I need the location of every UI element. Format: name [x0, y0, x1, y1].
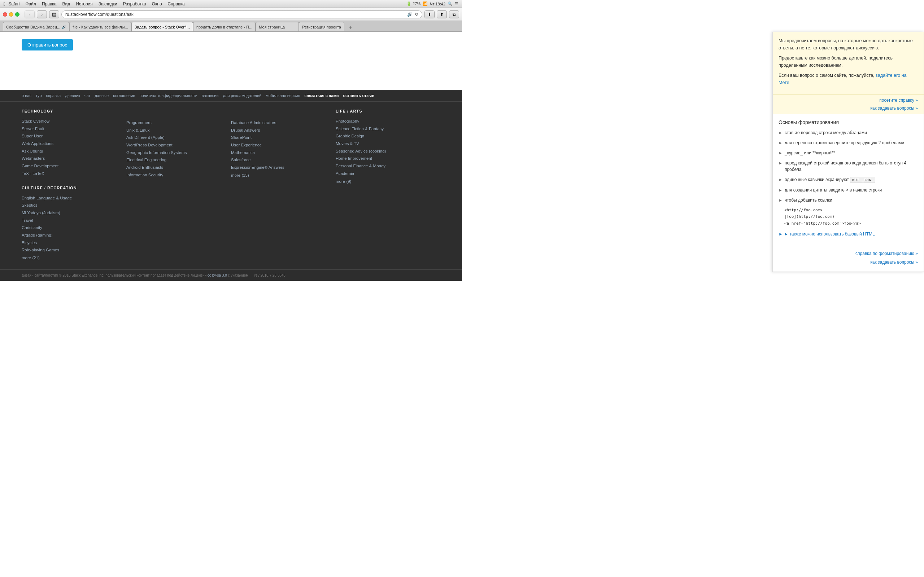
menu-help[interactable]: Справка: [168, 2, 185, 6]
link-gamedev[interactable]: Game Development: [22, 162, 119, 170]
footer-link-legal[interactable]: соглашение: [113, 93, 135, 98]
link-travel[interactable]: Travel: [22, 217, 119, 224]
menu-window[interactable]: Окно: [152, 2, 162, 6]
col-header-lifearts: LIFE / ARTS: [336, 109, 433, 113]
footer-link-help[interactable]: справка: [46, 93, 61, 98]
tab-2-label: file - Как удалить все файлы...: [73, 25, 128, 29]
link-dba[interactable]: Database Administrators: [231, 119, 328, 127]
footer-col-technology: TECHNOLOGY Stack Overflow Server Fault S…: [22, 109, 126, 186]
link-ux[interactable]: User Experience: [231, 141, 328, 149]
close-button[interactable]: [3, 12, 7, 16]
link-ee-answers[interactable]: ExpressionEngine® Answers: [231, 164, 328, 171]
new-tab-icon[interactable]: ⧉: [449, 10, 459, 18]
link-christianity[interactable]: Christianity: [22, 224, 119, 232]
link-academia[interactable]: Academia: [336, 170, 433, 177]
link-rpg[interactable]: Role-playing Games: [22, 246, 119, 254]
menu-bookmarks[interactable]: Закладки: [99, 2, 117, 6]
submit-question-button[interactable]: Отправить вопрос: [22, 39, 73, 50]
col-header-empty2: [231, 109, 328, 115]
footer-link-contact[interactable]: связаться с нами: [304, 93, 339, 98]
link-programmers[interactable]: Programmers: [126, 119, 224, 127]
link-unixlinux[interactable]: Unix & Linux: [126, 127, 224, 134]
link-finance[interactable]: Personal Finance & Money: [336, 162, 433, 170]
mac-chrome:  Safari Файл Правка Вид История Закладк…: [0, 0, 462, 32]
menu-history[interactable]: История: [76, 2, 93, 6]
link-salesforce[interactable]: Salesforce: [231, 156, 328, 164]
link-texlatex[interactable]: TeX - LaTeX: [22, 170, 119, 177]
link-webapplications[interactable]: Web Applications: [22, 140, 119, 148]
tab-1-label: Сообщества Вадима Зарец...: [6, 25, 60, 29]
maximize-button[interactable]: [15, 12, 19, 16]
tab-2[interactable]: file - Как удалить все файлы...: [69, 22, 131, 31]
link-superuser[interactable]: Super User: [22, 132, 119, 140]
top-area: Отправить вопрос: [0, 32, 462, 90]
license-link[interactable]: cc by-sa 3.0: [208, 273, 227, 277]
control-icon[interactable]: ☰: [455, 2, 459, 6]
footer-link-data[interactable]: данные: [95, 93, 109, 98]
col-header-empty1: [126, 109, 224, 115]
link-cooking[interactable]: Seasoned Advice (cooking): [336, 148, 433, 155]
link-skeptics[interactable]: Skeptics: [22, 201, 119, 209]
tab-1[interactable]: Сообщества Вадима Зарец... 🔊: [3, 22, 69, 31]
link-ee[interactable]: Electrical Engineering: [126, 156, 224, 164]
link-askubuntu[interactable]: Ask Ubuntu: [22, 148, 119, 155]
tab-5[interactable]: Моя страница: [255, 22, 299, 31]
tab-3[interactable]: Задать вопрос - Stack Overfl...: [131, 22, 193, 31]
reload-icon[interactable]: ↻: [415, 12, 418, 17]
link-serverfault[interactable]: Server Fault: [22, 125, 119, 133]
footer-link-mobile[interactable]: мобильная версия: [266, 93, 300, 98]
link-gaming[interactable]: Arqade (gaming): [22, 232, 119, 239]
minimize-button[interactable]: [9, 12, 13, 16]
link-photography[interactable]: Photography: [336, 118, 433, 125]
tab-4-label: продать долю в стартапе - П...: [196, 25, 252, 29]
link-stackoverflow[interactable]: Stack Overflow: [22, 118, 119, 125]
link-drupal[interactable]: Drupal Answers: [231, 127, 328, 134]
footer-col-lifearts: LIFE / ARTS Photography Science Fiction …: [336, 109, 440, 186]
share-button[interactable]: ⬆: [437, 10, 447, 18]
link-more-21[interactable]: more (21): [22, 254, 119, 262]
link-android[interactable]: Android Enthusiasts: [126, 164, 224, 171]
footer-link-blog[interactable]: дневник: [65, 93, 80, 98]
license-suffix: с указанием: [228, 273, 249, 277]
link-sharepoint[interactable]: SharePoint: [231, 134, 328, 141]
link-homeimprovement[interactable]: Home Improvement: [336, 155, 433, 162]
link-security[interactable]: Information Security: [126, 171, 224, 179]
download-button[interactable]: ⬇: [425, 10, 435, 18]
link-mathematica[interactable]: Mathematica: [231, 149, 328, 156]
link-movies[interactable]: Movies & TV: [336, 140, 433, 148]
tab-4[interactable]: продать долю в стартапе - П...: [193, 22, 255, 31]
mac-titlebar:  Safari Файл Правка Вид История Закладк…: [0, 0, 462, 8]
menu-view[interactable]: Вид: [63, 2, 70, 6]
menu-develop[interactable]: Разработка: [123, 2, 146, 6]
link-wordpress[interactable]: WordPress Development: [126, 141, 224, 149]
audio-icon[interactable]: 🔊: [407, 12, 412, 17]
link-bicycles[interactable]: Bicycles: [22, 239, 119, 247]
footer-link-feedback[interactable]: оставить отзыв: [343, 93, 374, 98]
footer-link-jobs[interactable]: вакансии: [202, 93, 219, 98]
new-tab-button[interactable]: +: [346, 23, 355, 31]
link-more-9[interactable]: more (9): [336, 177, 433, 186]
forward-button[interactable]: ›: [37, 10, 47, 18]
url-bar[interactable]: ru.stackoverflow.com/questions/ask 🔊 ↻: [61, 10, 422, 18]
tab-6[interactable]: Регистрация проекта: [299, 22, 344, 31]
link-gis[interactable]: Geographic Information Systems: [126, 149, 224, 156]
footer-link-about[interactable]: о нас: [22, 93, 31, 98]
col-header-technology: TECHNOLOGY: [22, 109, 119, 113]
link-graphicdesign[interactable]: Graphic Design: [336, 132, 433, 140]
menu-file[interactable]: Файл: [25, 2, 36, 6]
search-icon[interactable]: 🔍: [447, 2, 452, 6]
link-webmasters[interactable]: Webmasters: [22, 155, 119, 162]
menu-edit[interactable]: Правка: [42, 2, 57, 6]
footer-link-chat[interactable]: чат: [84, 93, 90, 98]
back-button[interactable]: ‹: [24, 10, 35, 18]
link-askdifferent[interactable]: Ask Different (Apple): [126, 134, 224, 141]
footer-link-privacy[interactable]: политика конфиденциальности: [139, 93, 197, 98]
footer-link-ads[interactable]: для рекламодателей: [223, 93, 262, 98]
tab-5-label: Моя страница: [259, 25, 285, 29]
link-scifi[interactable]: Science Fiction & Fantasy: [336, 125, 433, 133]
link-judaism[interactable]: Mi Yodeya (Judaism): [22, 209, 119, 217]
sidebar-toggle[interactable]: ▤: [49, 10, 59, 18]
link-more-13[interactable]: more (13): [231, 171, 328, 180]
link-english[interactable]: English Language & Usage: [22, 194, 119, 202]
footer-link-tour[interactable]: тур: [36, 93, 42, 98]
